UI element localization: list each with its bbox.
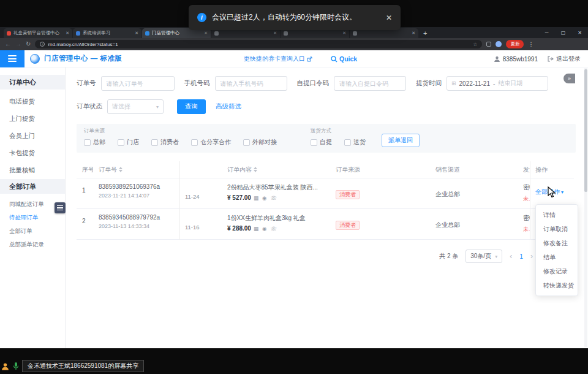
minimize-button[interactable]: ─	[538, 30, 555, 36]
quick-search-button[interactable]: Quick	[331, 55, 357, 63]
profile-avatar[interactable]	[496, 41, 502, 47]
toast-close-icon[interactable]: ✕	[386, 13, 392, 22]
delivery-option[interactable]: 送货	[344, 138, 366, 147]
date-start-value: 2022-11-21	[459, 80, 490, 87]
cell-index: 1	[77, 178, 93, 208]
browser-menu-icon[interactable]: ⋮	[528, 41, 533, 47]
hamburger-menu-icon[interactable]	[0, 50, 24, 67]
checkbox-icon[interactable]	[84, 139, 91, 146]
checkbox-icon[interactable]	[118, 139, 124, 146]
extensions-icon[interactable]	[486, 42, 491, 47]
page-size-select[interactable]: 30条/页 ▾	[466, 250, 502, 263]
tab-close-icon[interactable]: ✕	[342, 31, 346, 36]
checkbox-icon[interactable]	[191, 139, 198, 146]
order-no-input[interactable]	[101, 76, 175, 91]
tab-close-icon[interactable]: ✕	[66, 31, 69, 36]
sort-caret-icon[interactable]	[119, 167, 123, 172]
bookmark-star-icon[interactable]: ☆	[473, 42, 477, 47]
dropdown-menu-item[interactable]: 修改记录	[536, 264, 578, 278]
dropdown-menu-item[interactable]: 修改备注	[536, 236, 578, 250]
browser-tab[interactable]: 系统培训学习 ✕	[73, 28, 141, 38]
source-option[interactable]: 门店	[118, 138, 139, 147]
pickup-code-input[interactable]	[334, 76, 406, 91]
browser-tab[interactable]: 礼盒营销平台管理中心 ✕	[4, 28, 72, 38]
back-icon[interactable]: ←	[5, 41, 11, 47]
checkbox-icon[interactable]	[311, 139, 317, 146]
sidebar-item-label: 全部订单	[9, 182, 36, 191]
sidebar-item[interactable]: 上门提货	[0, 110, 65, 128]
checkbox-icon[interactable]	[243, 139, 250, 146]
tab-close-icon[interactable]: ✕	[412, 31, 415, 36]
sidebar-toggle-icon[interactable]	[55, 202, 66, 213]
prev-page-button[interactable]: ‹	[510, 252, 512, 261]
dropdown-menu-item[interactable]: 转快递发货	[536, 278, 578, 292]
reload-icon[interactable]: ↻	[26, 41, 31, 47]
phone-input[interactable]	[215, 76, 287, 91]
dropdown-menu-item[interactable]: 订单取消	[536, 222, 578, 236]
sort-caret-icon[interactable]	[254, 167, 257, 172]
user-account[interactable]: 8385wb1991	[494, 56, 538, 63]
col-header-index: 序号	[77, 161, 93, 178]
tab-title: 系统培训学习	[83, 30, 132, 36]
sidebar-item[interactable]: 卡包提货	[0, 145, 65, 162]
site-info-icon[interactable]: i	[40, 42, 45, 47]
source-option[interactable]: 仓分享合作	[191, 138, 231, 147]
sidebar-item[interactable]: 电话提货	[0, 93, 65, 110]
scrollbar-thumb[interactable]	[584, 69, 587, 192]
coupon-query-link[interactable]: 更快捷的券卡查询入口	[244, 55, 312, 63]
checkbox-icon[interactable]	[151, 139, 158, 146]
checkbox-label: 总部	[93, 138, 105, 147]
current-page[interactable]: 1	[519, 253, 523, 260]
dropdown-menu-item[interactable]: 详情	[536, 208, 578, 222]
source-option[interactable]: 总部	[84, 138, 105, 147]
new-tab-button[interactable]: +	[423, 28, 427, 38]
browser-update-button[interactable]: 更新	[506, 40, 524, 48]
checkbox-icon[interactable]	[344, 139, 351, 146]
checkbox-label: 自提	[320, 138, 332, 147]
image-icon[interactable]: ▦	[254, 195, 260, 201]
collapse-drawer-handle[interactable]: »	[564, 74, 575, 83]
dropdown-menu-item[interactable]: 结单	[536, 250, 578, 264]
service-icon[interactable]: ◉	[262, 226, 268, 232]
forward-icon[interactable]: →	[15, 41, 21, 47]
logout-button[interactable]: 退出登录	[548, 55, 581, 63]
sidebar-item-label: 总部派单记录	[9, 241, 44, 249]
browser-toolbar: ← → ↻ i rnd.maboy.cn/AllOrder?status=1 ☆…	[0, 38, 588, 50]
source-option[interactable]: 外部对接	[243, 138, 277, 147]
date-separator: -	[493, 80, 495, 87]
phone-icon[interactable]: ☏	[270, 195, 278, 201]
main-content: » 订单号 手机号码 自提口令码	[66, 67, 588, 348]
dispatch-return-button[interactable]: 派单退回	[382, 134, 420, 147]
fixed-column-divider	[179, 161, 180, 240]
tab-close-icon[interactable]: ✕	[273, 31, 277, 36]
search-button[interactable]: 查询	[177, 99, 206, 114]
sidebar-menu: 订单中心 电话提货 上门提货 会员上门	[0, 75, 65, 251]
source-option[interactable]: 消费者	[151, 138, 179, 147]
total-count: 共 2 条	[439, 252, 458, 261]
close-button[interactable]: ✕	[571, 30, 588, 36]
sidebar-item[interactable]: 全部订单	[0, 179, 65, 194]
sidebar-item[interactable]: 全部订单	[0, 224, 65, 238]
tab-close-icon[interactable]: ✕	[204, 31, 208, 36]
advanced-filter-link[interactable]: 高级筛选	[216, 102, 241, 111]
next-page-button[interactable]: ›	[530, 252, 533, 261]
order-status-select[interactable]: 请选择 ▾	[107, 99, 164, 114]
date-range-picker[interactable]: ⊞ 2022-11-21 - 结束日期	[447, 76, 548, 91]
url-text[interactable]: rnd.maboy.cn/AllOrder?status=1	[48, 42, 470, 47]
sidebar-item[interactable]: 订单中心	[0, 75, 65, 90]
sidebar-item[interactable]: 会员上门	[0, 128, 65, 145]
address-bar[interactable]: i rnd.maboy.cn/AllOrder?status=1 ☆	[35, 40, 482, 48]
chevron-down-icon: ▾	[561, 189, 564, 195]
sidebar-item[interactable]: 总部派单记录	[0, 238, 65, 251]
service-icon[interactable]: ◉	[262, 195, 268, 201]
phone-icon[interactable]: ☏	[270, 226, 278, 232]
search-icon	[331, 56, 337, 63]
table-row: 1 83859389251069376a 2023-11-21 14:14:07…	[77, 178, 574, 209]
cell-order-source: 消费者	[330, 178, 430, 208]
tab-close-icon[interactable]: ✕	[135, 31, 138, 36]
delivery-option[interactable]: 自提	[311, 138, 332, 147]
sidebar-item-label: 电话提货	[9, 97, 35, 106]
image-icon[interactable]: ▦	[254, 226, 260, 232]
sidebar-item[interactable]: 批量核销	[0, 162, 65, 179]
maximize-button[interactable]: ▢	[555, 30, 571, 36]
